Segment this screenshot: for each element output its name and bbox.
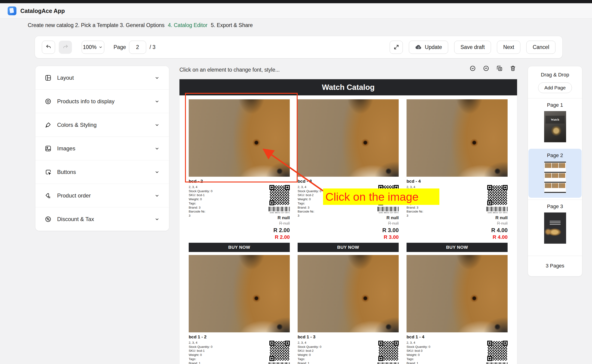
barcode[interactable] — [486, 362, 508, 364]
product-card[interactable]: bcd - 2 2, 3, 4Stock Quantity: 0SKU: bcd… — [189, 99, 290, 252]
product-detail-line[interactable]: Brand: 3 — [189, 206, 213, 210]
product-detail-line[interactable]: Barcode №: — [298, 209, 322, 214]
price-new[interactable]: R 4.00 — [491, 227, 508, 234]
product-detail-line[interactable]: 2, 3, 4 — [189, 185, 213, 189]
accordion-discount-tax[interactable]: Discount & Tax — [35, 208, 169, 231]
page-number-input[interactable] — [129, 41, 146, 54]
price-discount[interactable]: R 4.00 — [492, 234, 508, 240]
product-detail-line[interactable]: 2, 3, 4 — [407, 341, 430, 345]
product-title[interactable]: bcd - 4 — [407, 179, 508, 184]
product-card[interactable]: bcd 1 - 2 2, 3, 4Stock Quantity: 0SKU: b… — [189, 255, 290, 364]
next-button[interactable]: Next — [497, 41, 520, 54]
catalog-page-canvas[interactable]: Watch Catalog bcd - 2 2, 3, 4Stock Quant… — [179, 79, 517, 364]
product-detail-line[interactable]: Tags: — [298, 357, 322, 361]
barcode[interactable] — [377, 207, 399, 211]
fullscreen-button[interactable] — [390, 41, 403, 54]
move-up-icon[interactable] — [483, 65, 489, 72]
update-button[interactable]: Update — [409, 41, 448, 54]
qr-code[interactable] — [487, 185, 508, 205]
price-new[interactable]: R 3.00 — [382, 227, 399, 234]
qr-code[interactable] — [487, 341, 508, 361]
product-detail-line[interactable]: 3 — [189, 214, 213, 218]
breadcrumb-next-step[interactable]: 5. Export & Share — [211, 22, 253, 28]
accordion-buttons[interactable]: Buttons — [35, 160, 169, 184]
buy-now-button[interactable]: BUY NOW — [189, 243, 290, 252]
product-image[interactable] — [298, 255, 399, 332]
product-detail-line[interactable]: SKU: bcd-2 — [298, 193, 322, 197]
page-2-thumbnail[interactable] — [544, 162, 566, 193]
price-main[interactable]: R null — [277, 215, 290, 220]
product-title[interactable]: bcd 1 - 3 — [298, 334, 399, 339]
catalog-title[interactable]: Watch Catalog — [322, 83, 375, 92]
product-detail-line[interactable]: Weight: 0 — [189, 197, 213, 202]
page-1-thumbnail-section[interactable]: Page 1 Watch — [528, 98, 582, 147]
accordion-products-info[interactable]: Products info to display — [35, 90, 169, 113]
price-old[interactable]: R null — [279, 221, 290, 226]
accordion-layout[interactable]: Layout — [35, 66, 169, 90]
product-detail-line[interactable]: Stock Quantity: 0 — [298, 189, 322, 193]
price-main[interactable]: R null — [386, 215, 399, 220]
product-image[interactable] — [407, 99, 508, 177]
product-image[interactable] — [189, 99, 290, 177]
accordion-images[interactable]: Images — [35, 137, 169, 160]
product-detail-line[interactable]: Tags: — [189, 357, 213, 361]
product-title[interactable]: bcd - 3 — [298, 179, 399, 184]
product-title[interactable]: bcd - 2 — [189, 179, 290, 184]
product-detail-line[interactable]: Tags: — [189, 202, 213, 206]
buy-now-button[interactable]: BUY NOW — [407, 243, 508, 252]
product-title[interactable]: bcd 1 - 4 — [407, 334, 508, 339]
product-detail-line[interactable]: Stock Quantity: 0 — [407, 345, 430, 349]
add-page-button[interactable]: Add Page — [538, 83, 572, 93]
product-detail-line[interactable]: Brand: 3 — [298, 206, 322, 210]
product-detail-line[interactable]: 3 — [407, 214, 430, 218]
buy-now-button[interactable]: BUY NOW — [298, 243, 399, 252]
product-detail-line[interactable]: Brand: 1 — [189, 361, 213, 364]
qr-code[interactable] — [378, 341, 399, 361]
product-detail-line[interactable]: 2, 3, 4 — [298, 341, 322, 345]
product-detail-line[interactable]: Tags: — [407, 357, 430, 361]
product-detail-line[interactable]: Barcode №: — [189, 209, 213, 214]
barcode[interactable] — [486, 207, 508, 211]
product-detail-line[interactable]: 2, 3, 4 — [189, 341, 213, 345]
product-detail-line[interactable]: Weight: 0 — [189, 353, 213, 357]
product-title[interactable]: bcd 1 - 2 — [189, 334, 290, 339]
product-image[interactable] — [189, 255, 290, 332]
duplicate-page-icon[interactable] — [496, 65, 503, 72]
product-card[interactable]: bcd - 3 2, 3, 4Stock Quantity: 0SKU: bcd… — [298, 99, 399, 252]
product-detail-line[interactable]: 3 — [298, 214, 322, 218]
product-image[interactable] — [407, 255, 508, 332]
page-1-thumbnail[interactable]: Watch — [544, 111, 566, 142]
product-detail-line[interactable]: Weight: 0 — [407, 353, 430, 357]
move-down-icon[interactable] — [470, 65, 476, 72]
undo-button[interactable] — [42, 41, 55, 54]
product-detail-line[interactable]: Weight: 0 — [298, 353, 322, 357]
price-old[interactable]: R null — [388, 221, 399, 226]
product-image[interactable] — [298, 99, 399, 177]
accordion-colors-styling[interactable]: Colors & Styling — [35, 113, 169, 137]
price-discount[interactable]: R 2.00 — [275, 234, 290, 240]
product-detail-line[interactable]: Stock Quantity: 0 — [189, 189, 213, 193]
qr-code[interactable] — [269, 341, 290, 361]
breadcrumb-active-step[interactable]: 4. Catalog Editor — [168, 22, 208, 28]
catalog-title-bar[interactable]: Watch Catalog — [179, 79, 517, 95]
page-3-thumbnail[interactable] — [544, 213, 566, 244]
product-detail-line[interactable]: Tags: — [298, 202, 322, 206]
page-2-thumbnail-section[interactable]: Page 2 — [528, 149, 582, 198]
product-detail-line[interactable]: Stock Quantity: 0 — [298, 345, 322, 349]
price-old[interactable]: R null — [497, 221, 508, 226]
product-detail-line[interactable]: Brand: 3 — [407, 206, 430, 210]
redo-button[interactable] — [59, 41, 72, 54]
page-3-thumbnail-section[interactable]: Page 3 — [528, 200, 582, 248]
price-main[interactable]: R null — [495, 215, 508, 220]
product-detail-line[interactable]: Brand: 1 — [298, 361, 322, 364]
product-card[interactable]: bcd 1 - 4 2, 3, 4Stock Quantity: 0SKU: b… — [407, 255, 508, 364]
breadcrumb-steps[interactable]: Create new catalog 2. Pick a Template 3.… — [28, 22, 165, 28]
barcode[interactable] — [269, 362, 290, 364]
barcode[interactable] — [269, 207, 290, 211]
product-detail-line[interactable]: Brand: 1 — [407, 361, 430, 364]
product-detail-line[interactable]: Weight: 0 — [298, 197, 322, 202]
product-detail-line[interactable]: 2, 3, 4 — [298, 185, 322, 189]
barcode[interactable] — [377, 362, 399, 364]
price-discount[interactable]: R 3.00 — [384, 234, 399, 240]
product-detail-line[interactable]: SKU: bcd-3 — [407, 349, 430, 353]
